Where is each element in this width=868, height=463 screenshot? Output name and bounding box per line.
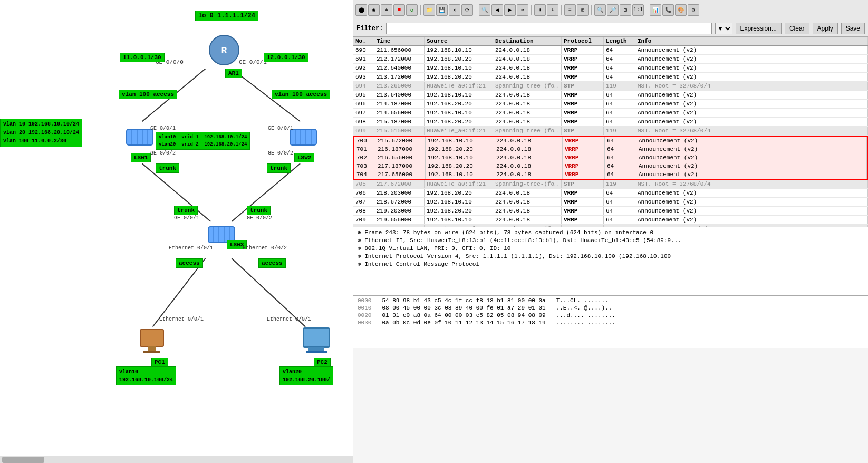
tb-up-btn[interactable]: ⬆ bbox=[534, 4, 546, 16]
table-row[interactable]: 703 217.187000 192.168.20.20 224.0.0.18 … bbox=[354, 162, 867, 170]
table-row[interactable]: 709 219.656000 192.168.10.10 224.0.0.18 … bbox=[353, 216, 868, 225]
table-row[interactable]: 707 218.672000 192.168.10.10 224.0.0.18 … bbox=[353, 198, 868, 207]
label-lsw1-vrid: vlan10 vrid 1 192.168.10.1/24vlan20 vrid… bbox=[156, 132, 250, 150]
tb-close-btn[interactable]: ✕ bbox=[449, 4, 460, 16]
label-pc2: PC2 bbox=[314, 358, 331, 367]
label-pc1: PC1 bbox=[151, 358, 168, 367]
tb-down-btn[interactable]: ⬇ bbox=[547, 4, 558, 16]
detail-row[interactable]: ⊕ Frame 243: 78 bytes on wire (624 bits)… bbox=[353, 228, 868, 236]
tb-save-btn[interactable]: 💾 bbox=[436, 4, 448, 16]
detail-row[interactable]: ⊕ Internet Protocol Version 4, Src: 1.1.… bbox=[353, 252, 868, 260]
save-button[interactable]: Save bbox=[841, 23, 865, 34]
packet-list[interactable]: No. Time Source Destination Protocol Len… bbox=[353, 37, 868, 227]
apply-button[interactable]: Apply bbox=[813, 23, 838, 34]
svg-rect-24 bbox=[148, 346, 156, 351]
table-row[interactable]: 696 214.187000 192.168.20.20 224.0.0.18 … bbox=[353, 100, 868, 109]
tb-color-btn[interactable]: 🎨 bbox=[675, 4, 687, 16]
filter-bar: Filter: ▼ Expression... Clear Apply Save bbox=[353, 20, 868, 37]
hex-rows: 000054 89 98 b1 43 c5 4c 1f cc f8 13 b1 … bbox=[353, 297, 868, 326]
col-dst: Destination bbox=[493, 37, 562, 45]
label-trunk-lsw1: trunk bbox=[156, 163, 179, 173]
table-row[interactable]: 706 218.203000 192.168.20.20 224.0.0.18 … bbox=[353, 189, 868, 198]
hex-row: 001008 00 45 00 00 3c 08 89 40 00 fe 01 … bbox=[353, 304, 868, 312]
detail-row[interactable]: ⊕ 802.1Q Virtual LAN, PRI: 0, CFI: 0, ID… bbox=[353, 244, 868, 252]
router-ar1: R bbox=[208, 34, 240, 66]
hex-row: 002001 01 c0 a8 0a 64 00 00 03 e5 82 05 … bbox=[353, 312, 868, 319]
detail-rows: ⊕ Frame 243: 78 bytes on wire (624 bits)… bbox=[353, 228, 868, 268]
label-access-r: access bbox=[258, 258, 286, 268]
table-row[interactable]: 691 212.172000 192.168.20.20 224.0.0.18 … bbox=[353, 55, 868, 64]
tb-stop-btn[interactable]: ■ bbox=[393, 4, 405, 16]
tb-circle-btn[interactable]: ⬤ bbox=[355, 4, 367, 16]
table-row[interactable]: 702 216.656000 192.168.10.10 224.0.0.18 … bbox=[354, 153, 867, 162]
table-row[interactable]: 700 215.672000 192.168.10.10 224.0.0.18 … bbox=[354, 137, 867, 145]
table-row[interactable]: 705 217.672000 HuaweiTe_a0:1f:21 Spannin… bbox=[353, 180, 868, 189]
left-scroll-thumb[interactable] bbox=[2, 457, 44, 463]
col-len: Length bbox=[604, 37, 635, 45]
label-lsw2: LSW2 bbox=[294, 153, 314, 162]
label-pc1-vlan: vlan10192.168.10.100/24 bbox=[116, 366, 176, 385]
tb-circle2-btn[interactable]: ◉ bbox=[368, 4, 380, 16]
table-row[interactable]: 692 212.640000 192.168.10.10 224.0.0.18 … bbox=[353, 64, 868, 73]
col-time: Time bbox=[374, 37, 425, 45]
table-row[interactable]: 697 214.656000 192.168.10.10 224.0.0.18 … bbox=[353, 109, 868, 118]
table-row[interactable]: 694 213.265000 HuaweiTe_a0:1f:21 Spannin… bbox=[353, 82, 868, 91]
expression-button[interactable]: Expression... bbox=[736, 23, 782, 34]
label-lsw3-ge02: GE 0/0/2 bbox=[247, 215, 272, 221]
tb-zoom-fit-btn[interactable]: ⊡ bbox=[620, 4, 631, 16]
col-info: Info bbox=[635, 37, 868, 45]
svg-rect-8 bbox=[127, 129, 153, 145]
label-eth-pc1: Ethernet 0/0/1 bbox=[159, 316, 204, 322]
tb-zoom-in-btn[interactable]: 🔍 bbox=[594, 4, 606, 16]
tb-jump-btn[interactable]: ⇒ bbox=[517, 4, 528, 16]
toolbar: ⬤ ◉ ▲ ■ ↺ 📁 💾 ✕ ⟳ 🔍 ◀ ▶ ⇒ ⬆ ⬇ ≡ ⊞ 🔍 🔎 ⊡ … bbox=[353, 0, 868, 20]
label-pc2-vlan: vlan20192.168.20.100/ bbox=[279, 366, 333, 385]
tb-back-btn[interactable]: ◀ bbox=[491, 4, 503, 16]
label-access-l: access bbox=[176, 258, 203, 268]
filter-dropdown[interactable]: ▼ bbox=[715, 23, 732, 34]
label-lsw2-ge02: GE 0/0/2 bbox=[268, 150, 293, 156]
hex-panel: 000054 89 98 b1 43 c5 4c 1f cc f8 13 b1 … bbox=[353, 295, 868, 348]
detail-row[interactable]: ⊕ Internet Control Message Protocol bbox=[353, 260, 868, 268]
tb-zoom-out-btn[interactable]: 🔎 bbox=[607, 4, 619, 16]
table-row[interactable]: 695 213.640000 192.168.10.10 224.0.0.18 … bbox=[353, 91, 868, 100]
table-row[interactable]: 708 219.203000 192.168.20.20 224.0.0.18 … bbox=[353, 207, 868, 216]
svg-text:R: R bbox=[221, 45, 227, 56]
network-diagram: lo 0 1.1.1.1/24 R AR1 GE 0/0/0 11.0.0.1/… bbox=[0, 0, 353, 463]
tb-zoom-100-btn[interactable]: 1:1 bbox=[632, 4, 644, 16]
red-group: 700 215.672000 192.168.10.10 224.0.0.18 … bbox=[353, 136, 868, 180]
tb-refresh-btn[interactable]: ↺ bbox=[406, 4, 418, 16]
left-scrollbar[interactable] bbox=[0, 456, 353, 463]
tb-more-btn[interactable]: ⚙ bbox=[688, 4, 699, 16]
tb-list2-btn[interactable]: ⊞ bbox=[577, 4, 589, 16]
table-row[interactable]: 701 216.187000 192.168.20.20 224.0.0.18 … bbox=[354, 145, 867, 153]
table-row[interactable]: 698 215.187000 192.168.20.20 224.0.0.18 … bbox=[353, 118, 868, 127]
svg-rect-13 bbox=[290, 129, 316, 145]
label-ip-left: 11.0.0.1/30 bbox=[120, 53, 165, 62]
table-row[interactable]: 690 211.656000 192.168.10.10 224.0.0.18 … bbox=[353, 46, 868, 55]
label-lsw2-ge01: GE 0/0/1 bbox=[268, 126, 293, 131]
table-row[interactable]: 704 217.656000 192.168.10.10 224.0.0.18 … bbox=[354, 170, 867, 179]
tb-fwd-btn[interactable]: ▶ bbox=[504, 4, 516, 16]
col-no: No. bbox=[353, 37, 374, 45]
tb-stat-btn[interactable]: 📊 bbox=[650, 4, 661, 16]
detail-row[interactable]: ⊕ Ethernet II, Src: HuaweiTe_f8:13:b1 (4… bbox=[353, 236, 868, 244]
svg-rect-25 bbox=[143, 351, 160, 353]
clear-button[interactable]: Clear bbox=[785, 23, 809, 34]
table-row[interactable]: 699 215.515000 HuaweiTe_a0:1f:21 Spannin… bbox=[353, 127, 868, 136]
table-row[interactable]: 693 213.172000 192.168.20.20 224.0.0.18 … bbox=[353, 73, 868, 82]
tb-search-btn[interactable]: 🔍 bbox=[479, 4, 490, 16]
svg-rect-23 bbox=[140, 330, 163, 346]
label-lsw1-ge02: GE 0/0/2 bbox=[150, 150, 176, 156]
tb-play-btn[interactable]: ▲ bbox=[381, 4, 392, 16]
tb-tel-btn[interactable]: 📞 bbox=[662, 4, 674, 16]
label-trunk-lsw3-l: trunk bbox=[174, 206, 198, 215]
label-ip-right: 12.0.0.1/30 bbox=[264, 53, 308, 62]
filter-input[interactable] bbox=[386, 23, 711, 34]
wireshark-panel: ⬤ ◉ ▲ ■ ↺ 📁 💾 ✕ ⟳ 🔍 ◀ ▶ ⇒ ⬆ ⬇ ≡ ⊞ 🔍 🔎 ⊡ … bbox=[353, 0, 868, 463]
tb-reload-btn[interactable]: ⟳ bbox=[461, 4, 473, 16]
tb-open-btn[interactable]: 📁 bbox=[423, 4, 435, 16]
label-eth-pc2: Ethernet 0/0/1 bbox=[267, 316, 311, 322]
tb-list-btn[interactable]: ≡ bbox=[564, 4, 576, 16]
svg-rect-26 bbox=[303, 328, 330, 347]
